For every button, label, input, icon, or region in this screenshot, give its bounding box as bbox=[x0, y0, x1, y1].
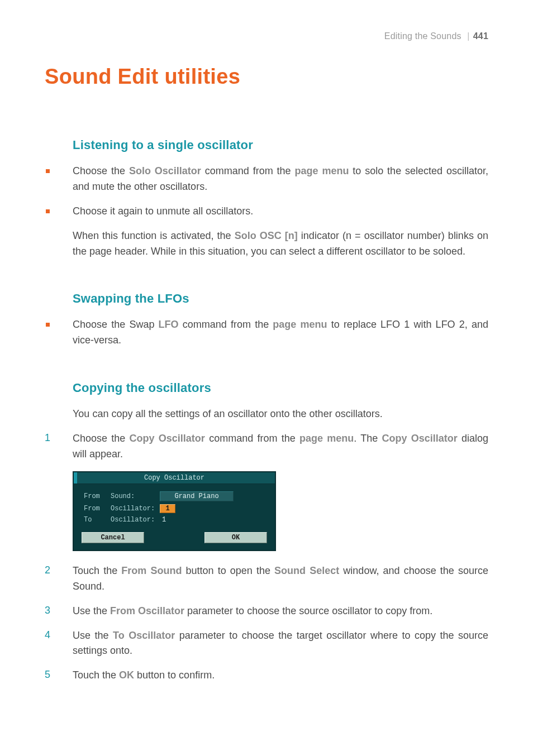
emphasis: Copy Oscillator bbox=[382, 433, 457, 444]
page: Editing the Sounds |441 Sound Edit utili… bbox=[0, 0, 533, 756]
label-oscillator: Oscillator: bbox=[111, 505, 160, 513]
empty-gutter bbox=[45, 228, 73, 229]
label-to: To bbox=[84, 516, 111, 524]
step-text: Use the From Oscillator parameter to cho… bbox=[73, 604, 488, 619]
section-copy: Copying the oscillators You can copy all… bbox=[45, 381, 488, 683]
ok-button[interactable]: OK bbox=[204, 532, 267, 543]
label-oscillator: Oscillator: bbox=[111, 516, 160, 524]
from-oscillator-value[interactable]: 1 bbox=[160, 504, 175, 513]
text-frag: Choose the bbox=[73, 433, 130, 444]
text-frag: Touch the bbox=[73, 669, 119, 681]
dialog-row-from-osc: From Oscillator: 1 bbox=[84, 504, 267, 513]
step-number: 2 bbox=[45, 563, 73, 576]
emphasis: Solo OSC [n] bbox=[235, 230, 298, 241]
text-frag: button to open the bbox=[182, 565, 274, 576]
bullet-text: Choose the Solo Oscillator command from … bbox=[73, 164, 488, 195]
bullet-gutter bbox=[45, 164, 73, 176]
heading-copy: Copying the oscillators bbox=[73, 381, 488, 395]
dialog-row-to-osc: To Oscillator: 1 bbox=[84, 516, 267, 524]
emphasis: Solo Oscillator bbox=[129, 165, 201, 176]
bullet-text: Choose it again to unmute all oscillator… bbox=[73, 204, 488, 219]
text-frag: . The bbox=[354, 433, 382, 444]
emphasis: page menu bbox=[273, 319, 327, 330]
dialog-button-bar: Cancel OK bbox=[74, 530, 275, 550]
header-separator: | bbox=[467, 31, 469, 41]
dialog-title: Copy Oscillator bbox=[74, 472, 275, 484]
text-frag: Use the bbox=[73, 605, 110, 616]
bullet-item: Choose it again to unmute all oscillator… bbox=[45, 204, 488, 219]
emphasis: page menu bbox=[294, 165, 349, 176]
text-frag: command from the bbox=[205, 433, 299, 444]
intro-text: You can copy all the settings of an osci… bbox=[73, 406, 488, 422]
section-swap: Swapping the LFOs Choose the Swap LFO co… bbox=[45, 291, 488, 348]
emphasis: To Oscillator bbox=[113, 630, 175, 641]
step-number: 1 bbox=[45, 431, 73, 444]
step-text: Touch the OK button to confirm. bbox=[73, 668, 488, 683]
square-bullet-icon bbox=[46, 209, 50, 213]
step-text: Touch the From Sound button to open the … bbox=[73, 563, 488, 595]
step-item: 3 Use the From Oscillator parameter to c… bbox=[45, 604, 488, 619]
page-title: Sound Edit utilities bbox=[45, 65, 488, 89]
step-number: 3 bbox=[45, 604, 73, 616]
square-bullet-icon bbox=[46, 323, 50, 327]
bullet-text: Choose the Swap LFO command from the pag… bbox=[73, 317, 488, 348]
running-header: Editing the Sounds |441 bbox=[45, 31, 488, 41]
label-sound: Sound: bbox=[111, 492, 160, 500]
text-frag: button to confirm. bbox=[134, 669, 215, 681]
step-number: 5 bbox=[45, 668, 73, 681]
text-frag: command from the bbox=[201, 165, 295, 176]
bullet-item: Choose the Swap LFO command from the pag… bbox=[45, 317, 488, 348]
step-number: 4 bbox=[45, 628, 73, 641]
dialog-screenshot: Copy Oscillator From Sound: Grand Piano … bbox=[73, 471, 488, 551]
text-frag: Touch the bbox=[73, 565, 121, 576]
text-frag: parameter to choose the source oscillato… bbox=[184, 605, 432, 616]
text-frag: When this function is activated, the bbox=[73, 230, 235, 241]
step-text: Use the To Oscillator parameter to choos… bbox=[73, 628, 488, 659]
dialog-body: From Sound: Grand Piano From Oscillator:… bbox=[74, 484, 275, 530]
bullet-gutter bbox=[45, 204, 73, 216]
copy-oscillator-dialog: Copy Oscillator From Sound: Grand Piano … bbox=[73, 471, 276, 551]
text-frag: Choose the bbox=[73, 165, 129, 176]
emphasis: OK bbox=[119, 669, 134, 681]
bullet-item: Choose the Solo Oscillator command from … bbox=[45, 164, 488, 195]
from-sound-button[interactable]: Grand Piano bbox=[160, 491, 234, 501]
dialog-row-from-sound: From Sound: Grand Piano bbox=[84, 491, 267, 501]
emphasis: From Oscillator bbox=[110, 605, 184, 616]
text-frag: command from the bbox=[179, 319, 273, 330]
step-text: Choose the Copy Oscillator command from … bbox=[73, 431, 488, 462]
heading-solo: Listening to a single oscillator bbox=[73, 138, 488, 152]
step-item: 5 Touch the OK button to confirm. bbox=[45, 668, 488, 683]
step-item: 1 Choose the Copy Oscillator command fro… bbox=[45, 431, 488, 462]
section-solo: Listening to a single oscillator Choose … bbox=[45, 138, 488, 259]
cancel-button[interactable]: Cancel bbox=[82, 532, 144, 543]
emphasis: From Sound bbox=[121, 565, 182, 576]
paragraph-item: When this function is activated, the Sol… bbox=[45, 228, 488, 260]
emphasis: page menu bbox=[299, 433, 354, 444]
text-frag: Choose the Swap bbox=[73, 319, 159, 330]
emphasis: Copy Oscillator bbox=[130, 433, 205, 444]
label-from: From bbox=[84, 492, 111, 500]
step-item: 2 Touch the From Sound button to open th… bbox=[45, 563, 488, 595]
emphasis: Sound Select bbox=[274, 565, 339, 576]
square-bullet-icon bbox=[46, 169, 50, 173]
chapter-name: Editing the Sounds bbox=[384, 31, 461, 41]
heading-swap: Swapping the LFOs bbox=[73, 291, 488, 306]
text-frag: Use the bbox=[73, 630, 113, 641]
page-number: 441 bbox=[473, 31, 488, 41]
bullet-gutter bbox=[45, 317, 73, 329]
paragraph-text: When this function is activated, the Sol… bbox=[73, 228, 488, 260]
to-oscillator-value[interactable]: 1 bbox=[160, 516, 166, 524]
label-from: From bbox=[84, 505, 111, 513]
emphasis: LFO bbox=[159, 319, 179, 330]
step-item: 4 Use the To Oscillator parameter to cho… bbox=[45, 628, 488, 659]
